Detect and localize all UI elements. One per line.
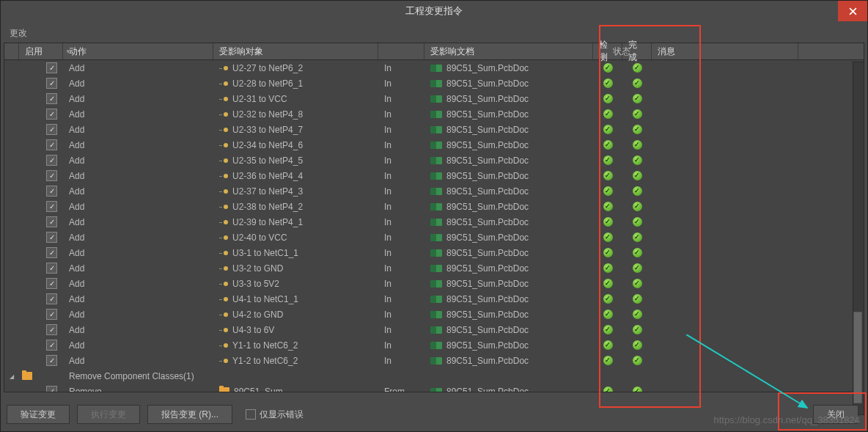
col-expander — [4, 43, 19, 59]
row-action: Add — [63, 140, 213, 150]
table-row[interactable]: AddU2-33 to NetP4_7In89C51_Sum.PcbDoc — [4, 122, 864, 137]
table-row[interactable]: AddU2-40 to VCCIn89C51_Sum.PcbDoc — [4, 230, 864, 245]
row-checkbox[interactable] — [46, 278, 57, 289]
row-checkbox[interactable] — [46, 124, 57, 135]
row-object: U2-35 to NetP4_5 — [213, 155, 378, 166]
table-row[interactable]: AddU2-34 to NetP4_6In89C51_Sum.PcbDoc — [4, 137, 864, 153]
close-dialog-button[interactable]: 关闭 — [813, 405, 858, 424]
table-row[interactable]: AddU2-32 to NetP4_8In89C51_Sum.PcbDoc — [4, 106, 864, 122]
row-checkbox[interactable] — [46, 78, 57, 89]
execute-button[interactable]: 执行变更 — [77, 405, 140, 424]
row-doc: 89C51_Sum.PcbDoc — [424, 233, 593, 243]
pcb-icon — [430, 95, 442, 103]
net-icon — [219, 279, 228, 288]
pcb-icon — [430, 142, 442, 149]
tick-icon — [603, 217, 613, 227]
row-checkbox[interactable] — [46, 201, 57, 212]
table-row[interactable]: AddU2-38 to NetP4_2In89C51_Sum.PcbDoc — [4, 199, 864, 214]
row-checkbox[interactable] — [46, 186, 57, 197]
col-enable[interactable]: 启用▼ — [19, 43, 63, 59]
pcb-icon — [430, 249, 442, 257]
tick-icon — [633, 155, 642, 165]
report-button[interactable]: 报告变更 (R)... — [147, 405, 232, 424]
row-in: In — [378, 217, 424, 227]
row-doc: 89C51_Sum.PcbDoc — [424, 155, 593, 166]
row-checkbox[interactable] — [46, 386, 57, 392]
row-checkbox[interactable] — [46, 139, 57, 150]
row-checkbox[interactable] — [46, 155, 57, 166]
row-object: Y1-2 to NetC6_2 — [213, 356, 378, 366]
table-row[interactable]: AddU2-31 to VCCIn89C51_Sum.PcbDoc — [4, 91, 864, 106]
net-icon — [219, 110, 228, 119]
col-action[interactable]: 动作 — [63, 43, 213, 59]
tick-icon — [633, 263, 642, 273]
eco-dialog: 工程变更指令 更改 状态 启用▼ 动作 受影响对象 受影响文档 检测 完成 消息… — [0, 0, 868, 432]
table-row[interactable]: AddU3-3 to 5V2In89C51_Sum.PcbDoc — [4, 276, 864, 291]
vertical-scrollbar[interactable] — [853, 62, 864, 415]
net-icon — [219, 264, 228, 273]
tick-icon — [603, 155, 613, 165]
row-in: In — [378, 171, 424, 181]
row-checkbox[interactable] — [46, 232, 57, 243]
table-row[interactable]: AddU4-2 to GNDIn89C51_Sum.PcbDoc — [4, 307, 864, 322]
table-row[interactable]: AddY1-1 to NetC6_2In89C51_Sum.PcbDoc — [4, 337, 864, 353]
table-row[interactable]: AddU4-1 to NetC1_1In89C51_Sum.PcbDoc — [4, 291, 864, 307]
table-row[interactable]: AddU2-35 to NetP4_5In89C51_Sum.PcbDoc — [4, 153, 864, 168]
table-row[interactable]: AddU3-1 to NetC1_1In89C51_Sum.PcbDoc — [4, 245, 864, 260]
group-row[interactable]: ◢Remove Component Classes(1) — [4, 368, 864, 384]
tick-icon — [633, 248, 642, 257]
row-object: U2-28 to NetP6_1 — [213, 78, 378, 89]
row-checkbox[interactable] — [46, 293, 57, 304]
row-checkbox[interactable] — [46, 109, 57, 120]
row-action: Add — [63, 94, 213, 104]
tick-icon — [633, 325, 642, 334]
table-row[interactable]: AddU2-36 to NetP4_4In89C51_Sum.PcbDoc — [4, 168, 864, 183]
row-checkbox[interactable] — [46, 324, 57, 335]
row-in: From — [378, 387, 424, 392]
grid-body[interactable]: AddU2-27 to NetP6_2In89C51_Sum.PcbDocAdd… — [4, 60, 864, 392]
row-checkbox[interactable] — [46, 263, 57, 274]
row-in: In — [378, 248, 424, 258]
row-checkbox[interactable] — [46, 216, 57, 227]
table-row[interactable]: AddU2-28 to NetP6_1In89C51_Sum.PcbDoc — [4, 76, 864, 91]
row-in: In — [378, 94, 424, 104]
row-checkbox[interactable] — [46, 309, 57, 320]
errors-only-checkbox[interactable]: 仅显示错误 — [246, 409, 304, 421]
row-object: U2-39 to NetP4_1 — [213, 217, 378, 227]
pcb-icon — [430, 172, 442, 180]
row-checkbox[interactable] — [46, 93, 57, 104]
tick-icon — [603, 310, 613, 319]
table-row[interactable]: Remove89C51_SumFrom89C51_Sum.PcbDoc — [4, 384, 864, 392]
table-row[interactable]: AddY1-2 to NetC6_2In89C51_Sum.PcbDoc — [4, 353, 864, 368]
pcb-icon — [430, 111, 442, 118]
row-action: Add — [63, 186, 213, 197]
tick-icon — [633, 387, 642, 392]
validate-button[interactable]: 验证变更 — [7, 405, 70, 424]
pcb-icon — [430, 280, 442, 288]
col-object[interactable]: 受影响对象 — [213, 43, 378, 59]
row-doc: 89C51_Sum.PcbDoc — [424, 248, 593, 258]
table-row[interactable]: AddU2-37 to NetP4_3In89C51_Sum.PcbDoc — [4, 183, 864, 199]
scroll-thumb[interactable] — [853, 312, 862, 403]
pcb-icon — [430, 234, 442, 241]
table-row[interactable]: AddU3-2 to GNDIn89C51_Sum.PcbDoc — [4, 260, 864, 276]
row-checkbox[interactable] — [46, 170, 57, 181]
table-row[interactable]: AddU4-3 to 6VIn89C51_Sum.PcbDoc — [4, 322, 864, 337]
col-message[interactable]: 消息 — [652, 43, 798, 59]
row-action: Remove — [63, 387, 213, 392]
table-row[interactable]: AddU2-27 to NetP6_2In89C51_Sum.PcbDoc — [4, 60, 864, 76]
row-checkbox[interactable] — [46, 340, 57, 351]
row-checkbox[interactable] — [46, 247, 57, 258]
row-doc: 89C51_Sum.PcbDoc — [424, 356, 593, 366]
row-checkbox[interactable] — [46, 355, 57, 366]
col-document[interactable]: 受影响文档 — [424, 43, 593, 59]
collapse-icon[interactable]: ◢ — [10, 373, 14, 380]
close-button[interactable] — [838, 1, 867, 21]
tick-icon — [633, 217, 642, 227]
tick-icon — [633, 279, 642, 288]
table-row[interactable]: AddU2-39 to NetP4_1In89C51_Sum.PcbDoc — [4, 214, 864, 230]
tick-icon — [603, 263, 613, 273]
status-section-label: 状态 — [613, 45, 630, 58]
row-checkbox[interactable] — [46, 62, 57, 73]
row-action: Add — [63, 310, 213, 320]
